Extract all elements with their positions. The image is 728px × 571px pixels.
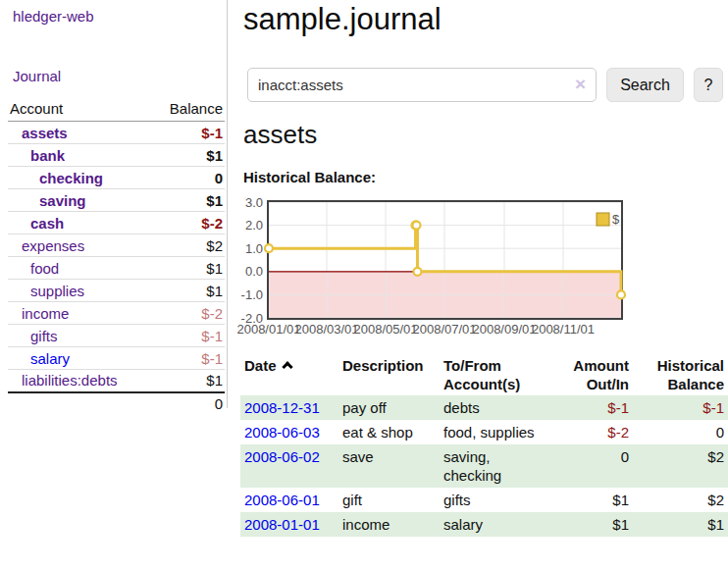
- balance-column-header: Balance: [151, 98, 225, 122]
- data-point-marker: [265, 244, 273, 252]
- transaction-description: pay off: [338, 395, 440, 420]
- data-point-marker: [412, 222, 420, 230]
- account-row: cash$-2: [8, 212, 225, 234]
- chart-heading: Historical Balance:: [243, 169, 376, 185]
- transaction-balance: $1: [633, 512, 728, 537]
- account-link[interactable]: cash: [30, 215, 64, 232]
- transaction-description: gift: [338, 488, 440, 512]
- account-total-row: 0: [8, 392, 225, 415]
- account-column-header: Account: [8, 98, 151, 122]
- y-axis-tick-label: 1.0: [245, 241, 263, 256]
- account-link[interactable]: supplies: [30, 283, 84, 299]
- account-row: assets$-1: [8, 122, 225, 144]
- transaction-description: income: [338, 512, 440, 537]
- account-balance: $-1: [151, 347, 225, 370]
- account-table-body: assets$-1bank$1checking0saving$1cash$-2e…: [8, 122, 225, 392]
- account-row: liabilities:debts$1: [8, 370, 225, 392]
- transaction-date-link[interactable]: 2008-12-31: [244, 399, 320, 416]
- account-link[interactable]: liabilities:debts: [22, 372, 118, 389]
- account-balance: $-2: [151, 302, 225, 325]
- account-balance: $1: [151, 257, 225, 280]
- x-axis-tick-label: 2008/07/01: [412, 322, 476, 337]
- nav-journal-link[interactable]: Journal: [13, 68, 61, 84]
- account-link[interactable]: income: [22, 305, 69, 322]
- account-link[interactable]: bank: [30, 147, 65, 164]
- transaction-date-link[interactable]: 2008-06-03: [244, 424, 320, 441]
- account-link[interactable]: expenses: [22, 237, 84, 254]
- y-axis-tick-label: 3.0: [245, 196, 263, 210]
- x-axis-tick-label: 2008/05/01: [353, 322, 417, 337]
- transaction-amount: $1: [555, 488, 633, 512]
- transaction-amount: $-1: [555, 395, 633, 420]
- x-axis-tick-label: 2008/03/01: [294, 322, 358, 337]
- transaction-amount: 0: [555, 444, 633, 488]
- register-row: 2008-06-02savesaving, checking0$2: [240, 444, 728, 488]
- historical-balance-chart: $3.02.01.00.0-1.0-2.02008/01/012008/03/0…: [235, 196, 728, 338]
- register-table: Date Description To/From Account(s) Amou…: [240, 354, 728, 537]
- page-title: sample.journal: [243, 2, 442, 37]
- transaction-description: eat & shop: [338, 420, 440, 444]
- register-header-date[interactable]: Date: [240, 354, 338, 395]
- search-button[interactable]: Search: [606, 68, 684, 102]
- account-row: gifts$-1: [8, 325, 225, 347]
- y-axis-tick-label: -1.0: [241, 287, 263, 302]
- account-row: expenses$2: [8, 234, 225, 257]
- transaction-description: save: [338, 444, 440, 488]
- search-input[interactable]: [247, 68, 597, 102]
- account-row: income$-2: [8, 302, 225, 325]
- clear-search-icon[interactable]: ×: [575, 74, 586, 95]
- data-point-marker: [413, 268, 421, 276]
- transaction-amount: $1: [555, 512, 633, 537]
- account-balance: $2: [151, 234, 225, 257]
- register-header-tofrom: To/From Account(s): [440, 354, 555, 395]
- account-link[interactable]: gifts: [30, 328, 58, 344]
- account-row: saving$1: [8, 189, 225, 212]
- account-link[interactable]: saving: [39, 192, 86, 209]
- transaction-accounts: food, supplies: [440, 420, 555, 444]
- x-axis-tick-label: 2008/09/01: [472, 322, 536, 337]
- transaction-balance: $2: [633, 444, 728, 488]
- transaction-date-link[interactable]: 2008-06-02: [244, 448, 320, 465]
- register-row: 2008-01-01incomesalary$1$1: [240, 512, 728, 537]
- legend-label: $: [612, 212, 620, 227]
- transaction-accounts: salary: [440, 512, 555, 537]
- register-header-balance: Historical Balance: [633, 354, 728, 395]
- help-button[interactable]: ?: [694, 68, 723, 102]
- account-balance: $-1: [151, 122, 225, 144]
- transaction-date-link[interactable]: 2008-01-01: [244, 516, 320, 533]
- register-header-description: Description: [338, 354, 440, 395]
- legend-swatch: [597, 213, 609, 226]
- register-row: 2008-06-01giftgifts$1$2: [240, 488, 728, 512]
- account-heading: assets: [243, 120, 317, 150]
- register-body: 2008-12-31pay offdebts$-1$-12008-06-03ea…: [240, 395, 728, 537]
- account-balance: $-2: [151, 212, 225, 234]
- account-balance: $1: [151, 280, 225, 302]
- register-row: 2008-12-31pay offdebts$-1$-1: [240, 395, 728, 420]
- account-row: salary$-1: [8, 347, 225, 370]
- y-axis-tick-label: 2.0: [245, 218, 263, 233]
- transaction-balance: $2: [633, 488, 728, 512]
- account-link[interactable]: salary: [30, 350, 70, 367]
- account-row: checking0: [8, 167, 225, 189]
- account-balance: $1: [151, 370, 225, 392]
- transaction-accounts: gifts: [440, 488, 555, 512]
- register-row: 2008-06-03eat & shopfood, supplies$-20: [240, 420, 728, 444]
- sort-ascending-icon: [282, 361, 292, 372]
- account-link[interactable]: food: [30, 260, 59, 277]
- account-balance: $1: [151, 144, 225, 167]
- account-total-balance: 0: [151, 392, 225, 415]
- transaction-balance: 0: [633, 420, 728, 444]
- account-table: Account Balance assets$-1bank$1checking0…: [8, 98, 225, 415]
- transaction-accounts: saving, checking: [440, 444, 555, 488]
- x-axis-tick-label: 2008/11/01: [532, 322, 595, 337]
- account-row: supplies$1: [8, 280, 225, 302]
- register-header-amount: Amount Out/In: [555, 354, 633, 395]
- transaction-accounts: debts: [440, 395, 555, 420]
- account-link[interactable]: checking: [39, 170, 103, 186]
- account-balance: $-1: [151, 325, 225, 347]
- brand-link[interactable]: hledger-web: [13, 8, 94, 25]
- account-link[interactable]: assets: [22, 125, 68, 141]
- account-balance: $1: [151, 189, 225, 212]
- transaction-balance: $-1: [633, 395, 728, 420]
- transaction-date-link[interactable]: 2008-06-01: [244, 492, 320, 508]
